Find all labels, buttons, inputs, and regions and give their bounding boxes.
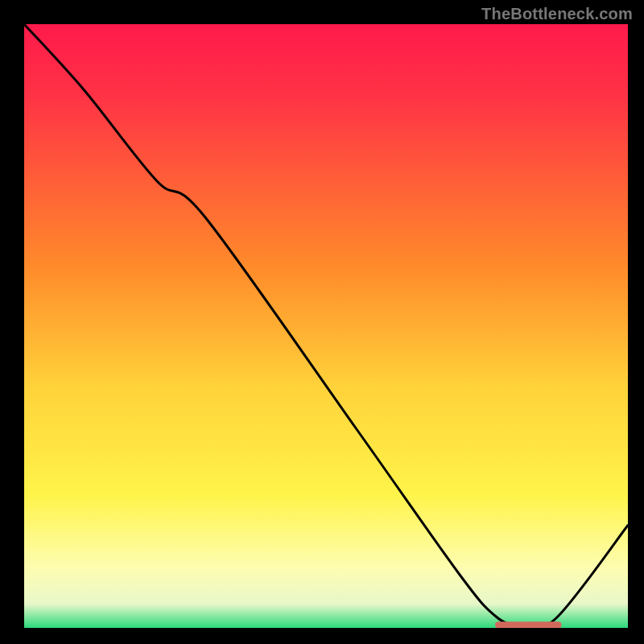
optimal-range-marker xyxy=(495,621,562,628)
gradient-background xyxy=(24,24,628,628)
plot-svg xyxy=(24,24,628,628)
chart-stage: TheBottleneck.com xyxy=(0,0,644,644)
watermark-text: TheBottleneck.com xyxy=(481,5,633,23)
plot-area xyxy=(24,24,628,628)
